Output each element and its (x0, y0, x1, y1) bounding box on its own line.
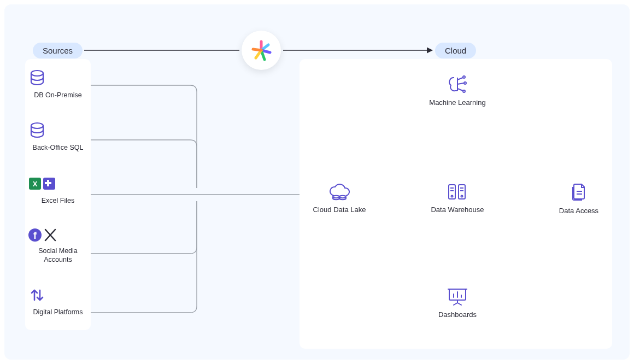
svg-point-19 (31, 123, 43, 128)
svg-point-35 (333, 196, 339, 198)
diagram-canvas: Sources Cloud (4, 4, 630, 360)
node-data-access: Data Access (543, 183, 614, 215)
svg-rect-24 (45, 182, 51, 184)
hub-logo-icon (242, 31, 281, 70)
source-back-office: Back-Office SQL (28, 121, 88, 152)
transfer-arrows-icon (28, 286, 46, 304)
source-social: f Social Media Accounts (28, 227, 88, 265)
database-icon (28, 69, 46, 87)
source-label: Social Media Accounts (28, 246, 88, 265)
node-dashboards: Dashboards (422, 286, 493, 319)
documents-icon (569, 183, 589, 202)
svg-point-44 (461, 196, 463, 197)
source-label: DB On-Premise (28, 91, 88, 99)
svg-line-53 (454, 303, 457, 305)
svg-line-31 (457, 83, 464, 84)
svg-point-36 (339, 196, 346, 198)
svg-point-43 (451, 196, 453, 197)
node-label: Cloud Data Lake (304, 206, 375, 214)
source-label: Back-Office SQL (28, 143, 88, 152)
database-icon (28, 121, 46, 140)
svg-point-30 (463, 76, 465, 78)
source-label: Digital Platforms (28, 308, 88, 316)
svg-line-33 (457, 89, 463, 91)
svg-point-34 (463, 90, 465, 92)
svg-point-18 (31, 71, 43, 76)
node-machine-learning: Machine Learning (422, 74, 493, 107)
presentation-chart-icon (447, 286, 468, 306)
servers-icon (447, 183, 468, 201)
excel-teams-icon: X (28, 174, 57, 193)
source-excel: X Excel Files (28, 174, 88, 205)
sources-column: DB On-Premise Back-Office SQL X Excel Fi… (25, 59, 91, 330)
svg-text:f: f (33, 230, 37, 241)
cloud-pill: Cloud (435, 43, 476, 58)
svg-text:X: X (33, 180, 38, 188)
node-data-warehouse: Data Warehouse (422, 183, 493, 214)
brain-circuit-icon (447, 74, 468, 94)
node-label: Data Warehouse (422, 206, 493, 214)
svg-line-54 (457, 303, 461, 305)
node-cloud-data-lake: Cloud Data Lake (304, 184, 375, 214)
social-icons: f (28, 227, 57, 243)
cloud-coins-icon (327, 184, 351, 201)
source-db-onprem: DB On-Premise (28, 69, 88, 99)
node-label: Data Access (543, 207, 614, 215)
source-digital: Digital Platforms (28, 286, 88, 316)
svg-line-5 (253, 49, 261, 50)
svg-line-29 (457, 78, 463, 80)
sources-pill: Sources (33, 43, 83, 58)
svg-point-32 (464, 82, 466, 84)
node-label: Dashboards (422, 310, 493, 319)
node-label: Machine Learning (422, 98, 493, 107)
source-label: Excel Files (28, 196, 88, 205)
